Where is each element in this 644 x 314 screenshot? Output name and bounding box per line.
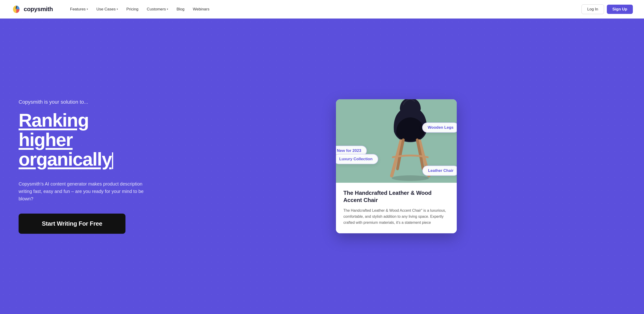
cursor-blink — [112, 152, 113, 169]
cta-button[interactable]: Start Writing For Free — [18, 214, 126, 234]
product-title: The Handcrafted Leather & Wood Accent Ch… — [343, 189, 449, 204]
logo-link[interactable]: copysmith — [11, 4, 53, 14]
hero-subtitle: Copysmith is your solution to... — [18, 99, 144, 105]
chevron-down-icon: ▾ — [117, 8, 118, 11]
product-card-body: The Handcrafted Leather & Wood Accent Ch… — [336, 183, 457, 233]
navbar-actions: Log In Sign Up — [582, 4, 633, 14]
tag-wooden-legs: Wooden Legs — [422, 123, 457, 133]
nav-menu: Features ▾ Use Cases ▾ Pricing Customers… — [67, 5, 582, 13]
nav-item-use-cases[interactable]: Use Cases ▾ — [93, 5, 121, 13]
navbar: copysmith Features ▾ Use Cases ▾ Pricing… — [0, 0, 644, 18]
product-card: Wooden Legs New for 2023 Luxury Collecti… — [336, 99, 457, 233]
nav-item-blog[interactable]: Blog — [173, 5, 188, 13]
login-button[interactable]: Log In — [582, 4, 604, 14]
chevron-down-icon: ▾ — [167, 8, 168, 11]
product-description: The Handcrafted Leather & Wood Accent Ch… — [343, 208, 449, 226]
tag-luxury-collection: Luxury Collection — [336, 154, 378, 164]
tag-leather-chair: Leather Chair — [422, 165, 457, 176]
nav-item-pricing[interactable]: Pricing — [123, 5, 142, 13]
hero-right: Wooden Legs New for 2023 Luxury Collecti… — [158, 18, 644, 314]
logo-icon — [11, 4, 21, 14]
nav-item-features[interactable]: Features ▾ — [67, 5, 91, 13]
hero-left: Copysmith is your solution to... Ranking… — [0, 18, 158, 314]
signup-button[interactable]: Sign Up — [607, 5, 633, 14]
nav-item-customers[interactable]: Customers ▾ — [144, 5, 172, 13]
hero-title: Ranking higher organically — [18, 111, 144, 169]
svg-point-1 — [392, 175, 429, 181]
chevron-down-icon: ▾ — [87, 8, 88, 11]
nav-item-webinars[interactable]: Webinars — [190, 5, 213, 13]
product-card-image: Wooden Legs New for 2023 Luxury Collecti… — [336, 99, 457, 183]
logo-text: copysmith — [24, 5, 53, 13]
hero-description: Copysmith's AI content generator makes p… — [18, 180, 144, 202]
hero-section: Copysmith is your solution to... Ranking… — [0, 18, 644, 314]
